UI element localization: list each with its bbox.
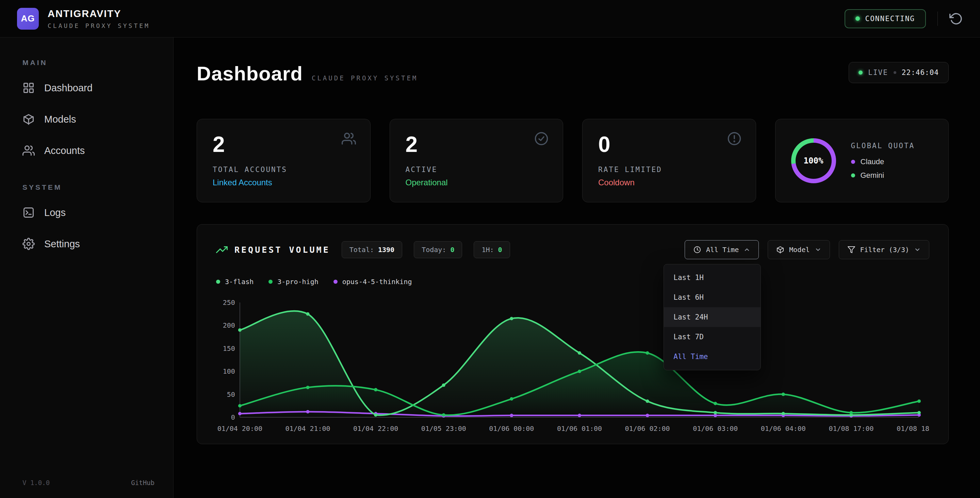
svg-text:01/06 04:00: 01/06 04:00 [761, 425, 806, 433]
app-title: ANTIGRAVITY [48, 8, 150, 19]
sidebar-item-label: Dashboard [44, 83, 92, 94]
time-range-menu: Last 1H Last 6H Last 24H Last 7D All Tim… [663, 264, 761, 370]
live-dot [859, 70, 862, 75]
svg-text:01/04 22:00: 01/04 22:00 [353, 425, 398, 433]
svg-text:150: 150 [223, 345, 235, 353]
sidebar-item-models[interactable]: Models [22, 109, 154, 130]
clock-time: 22:46:04 [902, 69, 939, 77]
legend-item-3-flash: 3-flash [216, 278, 253, 286]
svg-text:01/04 21:00: 01/04 21:00 [285, 425, 330, 433]
stat-sub-label: Cooldown [598, 178, 740, 187]
chart-title: REQUEST VOLUME [234, 245, 330, 255]
total-chip: Total: 1390 [342, 241, 402, 258]
cube-icon [776, 246, 784, 254]
sidebar-item-label: Settings [44, 238, 80, 250]
chevron-down-icon [815, 246, 821, 253]
menu-item-last-24h[interactable]: Last 24H [664, 307, 760, 327]
alert-circle-icon [727, 131, 741, 146]
series-name: opus-4-5-thinking [342, 278, 412, 286]
legend-item-opus-4-5-thinking: opus-4-5-thinking [334, 278, 412, 286]
sidebar-item-logs[interactable]: Logs [22, 202, 154, 223]
sidebar-section-system: SYSTEM [22, 183, 154, 192]
stat-label: TOTAL ACCOUNTS [213, 166, 355, 174]
separator-dot [894, 71, 896, 74]
sidebar-item-label: Logs [44, 207, 66, 218]
sidebar-item-accounts[interactable]: Accounts [22, 140, 154, 161]
brand: AG ANTIGRAVITY CLAUDE PROXY SYSTEM [17, 8, 150, 30]
top-header: AG ANTIGRAVITY CLAUDE PROXY SYSTEM CONNE… [0, 0, 980, 37]
svg-text:01/06 01:00: 01/06 01:00 [557, 425, 602, 433]
svg-text:01/06 00:00: 01/06 00:00 [489, 425, 534, 433]
header-divider [937, 11, 938, 26]
claude-dot [851, 160, 855, 164]
check-circle-icon [534, 131, 549, 146]
stat-value: 2 [213, 134, 355, 155]
gemini-dot [851, 173, 855, 177]
request-volume-card: REQUEST VOLUME Total: 1390 Today: 0 1H: … [197, 224, 949, 444]
stat-card-active: 2 ACTIVE Operational [390, 119, 563, 202]
cube-icon [22, 113, 35, 125]
menu-item-last-1h[interactable]: Last 1H [664, 268, 760, 287]
trending-up-icon [216, 244, 228, 255]
quota-legend-label: Gemini [861, 171, 885, 180]
page-subtitle: CLAUDE PROXY SYSTEM [312, 74, 418, 82]
request-volume-chart: 05010015020025001/04 20:0001/04 21:0001/… [216, 297, 929, 434]
menu-item-all-time[interactable]: All Time [664, 347, 760, 367]
svg-text:01/08 17:00: 01/08 17:00 [829, 425, 873, 433]
time-range-value: All Time [706, 246, 739, 254]
funnel-icon [847, 246, 856, 254]
sidebar-item-dashboard[interactable]: Dashboard [22, 77, 154, 99]
chip-label: Total: [350, 246, 374, 254]
sidebar: MAIN Dashboard Models Accounts SYSTEM [0, 37, 173, 498]
sidebar-item-label: Models [44, 114, 76, 125]
stat-label: RATE LIMITED [598, 166, 740, 174]
grid-icon [22, 82, 35, 94]
gear-icon [22, 238, 35, 250]
page-title: Dashboard [197, 62, 303, 85]
stat-sub-label: Operational [406, 178, 547, 187]
app-subtitle: CLAUDE PROXY SYSTEM [48, 22, 150, 29]
github-link[interactable]: GitHub [131, 479, 154, 487]
line-chart-svg: 05010015020025001/04 20:0001/04 21:0001/… [216, 297, 929, 434]
refresh-icon [950, 12, 963, 26]
quota-legend-claude: Claude [851, 157, 915, 166]
svg-text:0: 0 [231, 413, 235, 421]
refresh-button[interactable] [950, 12, 963, 26]
time-range-dropdown-button[interactable]: All Time [685, 240, 759, 259]
quota-legend-gemini: Gemini [851, 171, 915, 180]
menu-item-last-7d[interactable]: Last 7D [664, 327, 760, 347]
linked-accounts-link[interactable]: Linked Accounts [213, 178, 355, 187]
quota-label: GLOBAL QUOTA [851, 142, 915, 150]
menu-item-last-6h[interactable]: Last 6H [664, 287, 760, 307]
stat-label: ACTIVE [406, 166, 547, 174]
svg-text:01/04 20:00: 01/04 20:00 [218, 425, 262, 433]
sidebar-item-settings[interactable]: Settings [22, 233, 154, 255]
stat-card-total-accounts: 2 TOTAL ACCOUNTS Linked Accounts [197, 119, 371, 202]
connection-status-badge: CONNECTING [845, 9, 926, 28]
live-label: LIVE [868, 69, 888, 77]
sidebar-section-main: MAIN [22, 59, 154, 67]
svg-text:01/05 23:00: 01/05 23:00 [421, 425, 466, 433]
app-version: V 1.0.0 [22, 479, 50, 487]
filter-dropdown-button[interactable]: Filter (3/3) [839, 240, 930, 259]
quota-percent: 100% [795, 143, 832, 179]
svg-text:01/06 02:00: 01/06 02:00 [625, 425, 670, 433]
terminal-icon [22, 206, 35, 219]
clock-icon [693, 246, 701, 254]
chip-value: 0 [450, 246, 454, 254]
stat-value: 0 [598, 134, 740, 155]
one-hour-chip: 1H: 0 [474, 241, 510, 258]
live-status-pill: LIVE 22:46:04 [849, 62, 949, 83]
main-content: Dashboard CLAUDE PROXY SYSTEM LIVE 22:46… [173, 37, 980, 498]
chevron-up-icon [743, 246, 750, 253]
series-name: 3-pro-high [277, 278, 318, 286]
users-icon [22, 144, 35, 157]
model-dropdown-button[interactable]: Model [768, 240, 830, 259]
chevron-down-icon [914, 246, 921, 253]
chip-value: 1390 [378, 246, 395, 254]
svg-text:100: 100 [223, 367, 235, 375]
svg-text:50: 50 [227, 390, 235, 399]
series-dot [334, 280, 337, 284]
svg-text:200: 200 [223, 321, 235, 329]
quota-ring: 100% [791, 138, 836, 183]
